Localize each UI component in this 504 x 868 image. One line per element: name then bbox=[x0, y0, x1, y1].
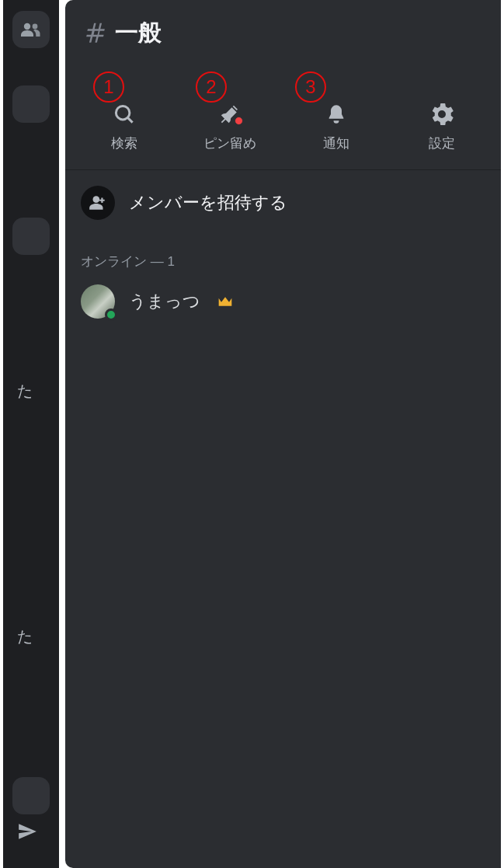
invite-label: メンバーを招待する bbox=[129, 191, 287, 214]
search-button[interactable]: 検索 bbox=[71, 102, 177, 152]
server-item[interactable] bbox=[12, 218, 50, 255]
settings-button[interactable]: 設定 bbox=[389, 102, 495, 152]
partial-text: た bbox=[17, 381, 33, 402]
svg-line-3 bbox=[127, 117, 132, 122]
online-section-header: オンライン — 1 bbox=[65, 235, 501, 277]
server-sidebar: た た bbox=[3, 0, 59, 868]
svg-point-0 bbox=[24, 23, 30, 30]
gear-icon bbox=[430, 102, 454, 127]
hash-icon bbox=[84, 20, 107, 47]
partial-text: た bbox=[17, 626, 33, 647]
channel-actions: 検索 ピン留め 通知 bbox=[65, 55, 501, 170]
crown-icon bbox=[217, 295, 233, 308]
channel-panel: 一般 1 2 3 検索 bbox=[65, 0, 501, 868]
svg-point-1 bbox=[33, 24, 38, 30]
member-name: うまっつ bbox=[129, 290, 200, 313]
bell-icon bbox=[325, 102, 347, 127]
pin-label: ピン留め bbox=[203, 134, 256, 152]
notifications-label: 通知 bbox=[323, 134, 349, 152]
annotation-1: 1 bbox=[93, 71, 124, 103]
avatar bbox=[81, 284, 115, 319]
channel-name: 一般 bbox=[115, 17, 162, 49]
annotation-2: 2 bbox=[196, 71, 227, 103]
server-item[interactable] bbox=[12, 777, 50, 814]
member-row[interactable]: うまっつ bbox=[65, 277, 501, 326]
send-icon[interactable] bbox=[17, 821, 37, 845]
online-count: 1 bbox=[167, 254, 174, 269]
server-item[interactable] bbox=[12, 85, 50, 123]
settings-label: 設定 bbox=[429, 134, 455, 152]
svg-point-4 bbox=[93, 196, 100, 203]
invite-members-button[interactable]: メンバーを招待する bbox=[65, 170, 501, 235]
friends-icon[interactable] bbox=[12, 11, 50, 48]
pin-button[interactable]: ピン留め bbox=[177, 102, 283, 152]
pin-notification-badge bbox=[235, 117, 243, 125]
search-label: 検索 bbox=[111, 134, 137, 152]
status-online-indicator bbox=[105, 309, 117, 321]
invite-avatar bbox=[81, 186, 115, 220]
notifications-button[interactable]: 通知 bbox=[283, 102, 389, 152]
search-icon bbox=[113, 102, 136, 127]
annotation-3: 3 bbox=[295, 71, 326, 103]
pin-icon bbox=[218, 102, 242, 127]
channel-header: 一般 bbox=[65, 0, 501, 55]
online-label: オンライン bbox=[81, 254, 147, 269]
